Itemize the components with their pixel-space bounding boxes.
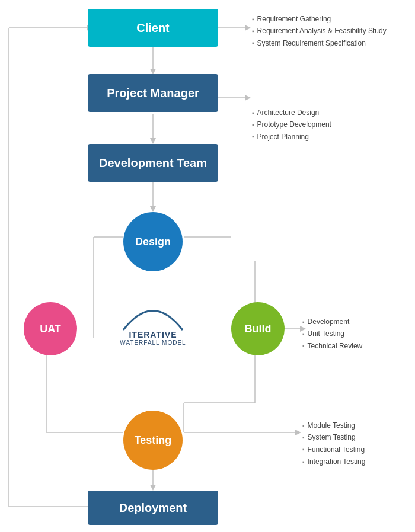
- waterfall-logo: ITERATIVE WATERFALL MODEL: [94, 293, 212, 350]
- testing-list-item-3: Functional Testing: [302, 444, 365, 456]
- client-box: Client: [88, 9, 218, 47]
- pm-list-item-1: Architecture Design: [252, 107, 331, 118]
- build-list-item-1: Development: [302, 316, 362, 328]
- testing-list-item-4: Integration Testing: [302, 456, 365, 467]
- build-label: Build: [245, 323, 272, 335]
- deployment-label: Deployment: [119, 501, 187, 515]
- svg-marker-29: [245, 25, 251, 31]
- waterfall-title-text: ITERATIVE: [129, 330, 177, 339]
- testing-list-item-2: System Testing: [302, 431, 365, 443]
- project-manager-label: Project Manager: [107, 86, 199, 100]
- project-manager-box: Project Manager: [88, 74, 218, 112]
- dev-team-box: Development Team: [88, 144, 218, 182]
- testing-list: Module Testing System Testing Functional…: [302, 419, 365, 468]
- svg-marker-11: [150, 485, 156, 491]
- svg-marker-3: [150, 138, 156, 144]
- diagram: Client Requirement Gathering Requirement…: [0, 0, 415, 532]
- client-label: Client: [136, 21, 170, 35]
- uat-label: UAT: [40, 323, 61, 335]
- svg-marker-31: [245, 95, 251, 101]
- svg-marker-5: [150, 206, 156, 212]
- build-list-item-3: Technical Review: [302, 340, 362, 352]
- client-list-item-1: Requirement Gathering: [252, 13, 387, 25]
- testing-list-item-1: Module Testing: [302, 419, 365, 431]
- waterfall-arc-svg: [117, 297, 189, 333]
- client-list-item-3: System Requirement Specification: [252, 37, 387, 49]
- testing-label: Testing: [135, 434, 172, 447]
- design-circle: Design: [123, 212, 183, 271]
- design-label: Design: [135, 236, 171, 248]
- waterfall-sub-text: WATERFALL MODEL: [120, 339, 186, 346]
- build-list-item-2: Unit Testing: [302, 328, 362, 339]
- build-circle: Build: [231, 302, 285, 355]
- pm-list: Architecture Design Prototype Developmen…: [252, 107, 331, 143]
- dev-team-label: Development Team: [99, 156, 207, 170]
- testing-circle: Testing: [123, 411, 183, 470]
- client-list: Requirement Gathering Requirement Analys…: [252, 13, 387, 49]
- pm-list-item-2: Prototype Development: [252, 118, 331, 130]
- pm-list-item-3: Project Planning: [252, 131, 331, 143]
- deployment-box: Deployment: [88, 491, 218, 525]
- build-list: Development Unit Testing Technical Revie…: [302, 316, 362, 352]
- svg-marker-13: [295, 430, 301, 435]
- client-list-item-2: Requirement Analysis & Feasibility Study: [252, 25, 387, 37]
- uat-circle: UAT: [24, 302, 77, 355]
